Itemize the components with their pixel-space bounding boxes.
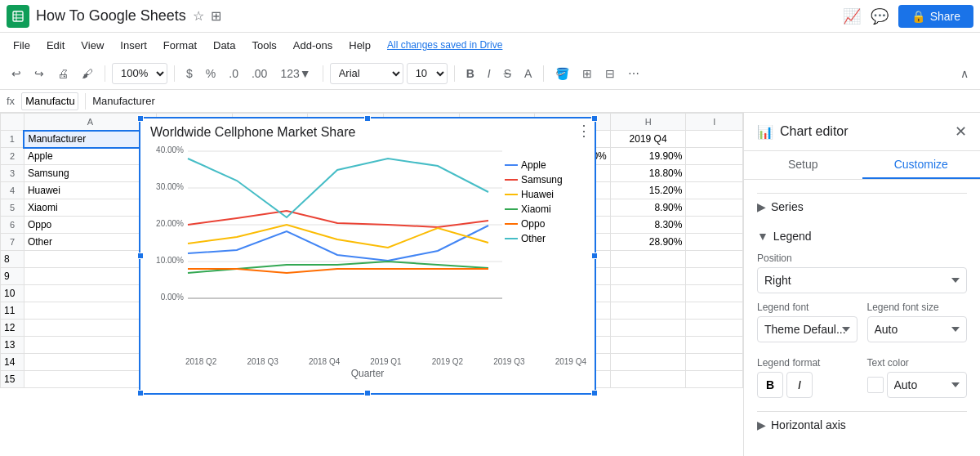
chart-more-button[interactable]: ⋮ <box>577 122 591 140</box>
legend-dot-samsung <box>505 179 518 181</box>
percent-button[interactable]: % <box>201 64 220 83</box>
decimal2-button[interactable]: .00 <box>247 64 272 83</box>
cell-a6[interactable]: Oppo <box>24 217 156 234</box>
menu-view[interactable]: View <box>74 38 110 53</box>
textcolor-label: Text color <box>867 357 968 369</box>
color-swatch[interactable] <box>867 377 884 393</box>
italic-button[interactable]: I <box>483 64 496 83</box>
series-label: Series <box>771 200 804 213</box>
menu-addons[interactable]: Add-ons <box>287 38 339 53</box>
star-icon[interactable]: ☆ <box>193 8 204 24</box>
series-section-header[interactable]: ▶ Series <box>757 193 967 220</box>
chart-handle-br[interactable] <box>591 390 598 396</box>
cell-h1[interactable]: 2019 Q4 <box>610 131 686 148</box>
editor-title: Chart editor <box>780 124 955 139</box>
chart-handle-bl[interactable] <box>137 390 144 396</box>
menu-edit[interactable]: Edit <box>40 38 71 53</box>
cell-h5[interactable]: 8.90% <box>610 199 686 217</box>
menu-data[interactable]: Data <box>207 38 242 53</box>
cell-a5[interactable]: Xiaomi <box>24 199 156 217</box>
topbar: How To Google Sheets ☆ ⊞ 📈 💬 🔒 Share <box>0 0 980 33</box>
title-icons: ☆ ⊞ <box>193 8 221 24</box>
cell-a1[interactable]: Manufacturer <box>24 131 156 148</box>
chart-handle-tr[interactable] <box>591 115 598 122</box>
decimal0-button[interactable]: .0 <box>224 64 243 83</box>
haxis-section-header[interactable]: ▶ Horizontal axis <box>757 411 967 438</box>
currency-button[interactable]: $ <box>181 64 198 83</box>
merge-button[interactable]: ⊟ <box>600 64 620 83</box>
legend-oppo: Oppo <box>505 218 586 230</box>
textcolor-dropdown[interactable]: Auto <box>887 372 968 398</box>
cell-reference-input[interactable] <box>21 92 78 110</box>
cell-a4[interactable]: Huawei <box>24 182 156 199</box>
chart-handle-tm[interactable] <box>364 115 371 122</box>
cell-i1[interactable] <box>686 131 743 148</box>
cell-h6[interactable]: 8.30% <box>610 217 686 234</box>
header-right: 📈 💬 🔒 Share <box>843 5 973 28</box>
paint-format-button[interactable]: 🖌 <box>77 64 98 83</box>
cell-h4[interactable]: 15.20% <box>610 182 686 199</box>
text-color-button[interactable]: A <box>519 64 537 83</box>
row-num-5: 5 <box>1 199 24 217</box>
strikethrough-button[interactable]: S <box>499 64 516 83</box>
more-formats-button[interactable]: ⋯ <box>623 64 644 83</box>
col-header-i[interactable]: I <box>686 114 743 131</box>
legend-xiaomi: Xiaomi <box>505 203 586 215</box>
editor-close-button[interactable]: ✕ <box>955 123 967 141</box>
share-button[interactable]: 🔒 Share <box>898 5 973 28</box>
fill-color-button[interactable]: 🪣 <box>550 64 574 83</box>
cell-i7[interactable] <box>686 234 743 251</box>
italic-format-button[interactable]: I <box>786 372 813 398</box>
cell-h2[interactable]: 19.90% <box>610 148 686 165</box>
legend-apple: Apple <box>505 159 586 171</box>
cell-a2[interactable]: Apple <box>24 148 156 165</box>
cell-h7[interactable]: 28.90% <box>610 234 686 251</box>
folder-icon[interactable]: ⊞ <box>211 8 221 24</box>
cell-i5[interactable] <box>686 199 743 217</box>
corner-cell <box>1 114 24 131</box>
cell-i3[interactable] <box>686 165 743 182</box>
chart-handle-mr[interactable] <box>591 253 598 259</box>
tab-setup[interactable]: Setup <box>744 151 862 179</box>
menu-tools[interactable]: Tools <box>245 38 283 53</box>
print-button[interactable]: 🖨 <box>52 64 74 83</box>
zoom-select[interactable]: 100% <box>112 63 167 84</box>
legend-dot-oppo <box>505 223 518 225</box>
tab-customize[interactable]: Customize <box>862 151 981 179</box>
haxis-chevron-icon: ▶ <box>757 418 766 431</box>
hide-toolbar-button[interactable]: ∧ <box>956 64 973 83</box>
cell-a3[interactable]: Samsung <box>24 165 156 182</box>
legend-section-header[interactable]: ▼ Legend <box>757 230 967 243</box>
bold-format-button[interactable]: B <box>757 372 783 398</box>
font-select-editor[interactable]: Theme Defaul... <box>757 316 858 342</box>
row-num-4: 4 <box>1 182 24 199</box>
redo-button[interactable]: ↪ <box>29 64 49 83</box>
cell-i2[interactable] <box>686 148 743 165</box>
menu-insert[interactable]: Insert <box>114 38 154 53</box>
cell-i6[interactable] <box>686 217 743 234</box>
format123-button[interactable]: 123▼ <box>275 64 315 83</box>
font-select[interactable]: Arial <box>330 63 403 84</box>
menu-format[interactable]: Format <box>157 38 203 53</box>
bold-button[interactable]: B <box>461 64 479 83</box>
fontsize-select-editor[interactable]: Auto 8910 <box>867 316 968 342</box>
cell-i4[interactable] <box>686 182 743 199</box>
fontsize-select[interactable]: 10 <box>407 63 448 84</box>
chart-handle-bm[interactable] <box>364 390 371 396</box>
comment-icon[interactable]: 💬 <box>871 7 889 25</box>
legend-label-apple: Apple <box>521 159 546 171</box>
chart-handle-ml[interactable] <box>137 253 144 259</box>
analytics-icon[interactable]: 📈 <box>843 7 861 25</box>
chart-container[interactable]: ⋮ Worldwide Cellphone Market Share 40.00… <box>139 117 596 395</box>
menu-file[interactable]: File <box>7 38 37 53</box>
cell-h3[interactable]: 18.80% <box>610 165 686 182</box>
col-header-h[interactable]: H <box>610 114 686 131</box>
chart-handle-tl[interactable] <box>137 115 144 122</box>
position-select[interactable]: Right None Top Bottom Left <box>757 267 967 293</box>
undo-button[interactable]: ↩ <box>7 64 26 83</box>
borders-button[interactable]: ⊞ <box>577 64 597 83</box>
menu-help[interactable]: Help <box>342 38 377 53</box>
svg-rect-0 <box>13 11 23 21</box>
sep4 <box>454 65 455 82</box>
cell-a7[interactable]: Other <box>24 234 156 251</box>
